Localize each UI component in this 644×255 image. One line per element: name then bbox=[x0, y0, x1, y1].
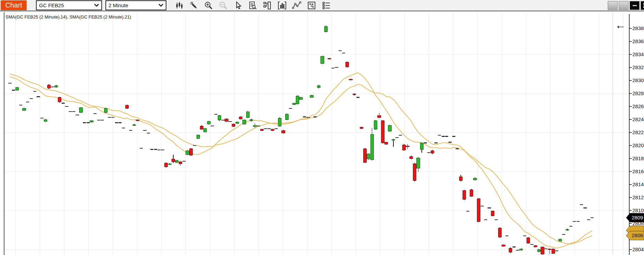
indicator-label: SMA(GC FEB25 (2 Minute),14), SMA(GC FEB2… bbox=[5, 14, 131, 20]
symbol-select-value: GC FEB25 bbox=[39, 2, 64, 8]
symbol-select[interactable]: GC FEB25 bbox=[36, 0, 102, 10]
scroll-to-latest-button[interactable]: ← bbox=[615, 20, 626, 30]
candlestick-chart-icon[interactable] bbox=[174, 1, 184, 10]
svg-text:2828: 2828 bbox=[632, 90, 644, 96]
interval-select[interactable]: 2 Minute bbox=[105, 0, 166, 10]
data-series-icon[interactable] bbox=[248, 1, 258, 10]
svg-text:2836: 2836 bbox=[632, 38, 644, 44]
chart-panel: 2838283628342832283028282826282428222820… bbox=[0, 12, 644, 255]
window-button-blank-1[interactable] bbox=[608, 1, 618, 10]
svg-text:2824: 2824 bbox=[632, 116, 644, 122]
window-controls bbox=[608, 1, 644, 10]
minimize-button[interactable] bbox=[630, 1, 640, 10]
svg-text:2822: 2822 bbox=[632, 129, 644, 135]
svg-text:2804: 2804 bbox=[632, 246, 644, 252]
toolbar: Chart GC FEB25 2 Minute bbox=[0, 0, 644, 11]
svg-text:2832: 2832 bbox=[632, 64, 644, 70]
draw-pencil-icon[interactable] bbox=[189, 1, 199, 10]
chevron-down-icon bbox=[159, 4, 163, 7]
svg-text:2818: 2818 bbox=[632, 155, 644, 161]
zoom-out-icon bbox=[218, 1, 228, 10]
interval-select-value: 2 Minute bbox=[109, 2, 128, 8]
svg-text:2810: 2810 bbox=[632, 207, 644, 213]
svg-text:2812: 2812 bbox=[632, 194, 644, 200]
svg-text:2838: 2838 bbox=[632, 25, 644, 31]
volume-bars-icon[interactable] bbox=[277, 1, 287, 10]
pointer-icon[interactable] bbox=[233, 1, 243, 10]
zoom-in-icon[interactable] bbox=[203, 1, 214, 10]
candlestick-chart[interactable]: 2838283628342832283028282826282428222820… bbox=[0, 12, 644, 255]
chart-tab[interactable]: Chart bbox=[1, 0, 27, 10]
svg-text:2816: 2816 bbox=[632, 168, 644, 174]
watchlist-icon[interactable] bbox=[321, 1, 331, 10]
svg-text:2830: 2830 bbox=[632, 77, 644, 83]
svg-text:2834: 2834 bbox=[632, 51, 644, 57]
object-explorer-icon[interactable] bbox=[262, 1, 273, 10]
svg-text:2814: 2814 bbox=[632, 181, 644, 187]
svg-text:2826: 2826 bbox=[632, 103, 644, 109]
strategy-board-icon[interactable] bbox=[306, 1, 317, 10]
svg-text:2820: 2820 bbox=[632, 142, 644, 148]
toolbar-icon-strip bbox=[174, 1, 331, 10]
line-study-icon[interactable] bbox=[292, 1, 302, 10]
svg-text:2809: 2809 bbox=[632, 215, 643, 220]
window-button-blank-2[interactable] bbox=[619, 1, 629, 10]
svg-text:2806: 2806 bbox=[632, 232, 643, 238]
chevron-down-icon bbox=[94, 4, 99, 7]
restore-button[interactable] bbox=[641, 1, 644, 10]
